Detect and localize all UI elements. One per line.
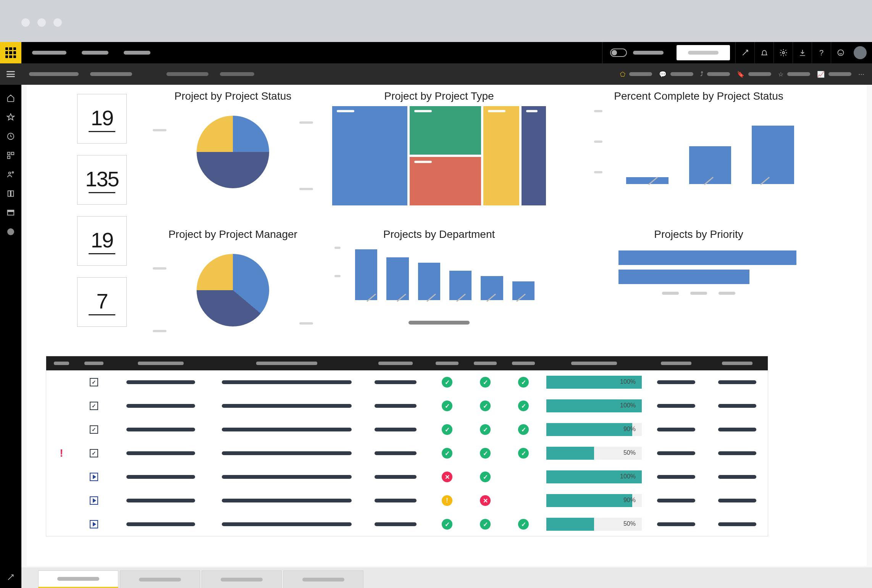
status-ok-icon: ✓ — [480, 377, 491, 388]
favorite-icon[interactable]: ☆ — [778, 71, 783, 78]
chart-priority[interactable]: Projects by Priority — [592, 228, 806, 295]
favorites-icon[interactable] — [6, 113, 15, 121]
chart-project-manager[interactable]: Project by Project Manager — [153, 228, 313, 336]
chart-percent-complete[interactable]: Percent Complete by Project Status — [592, 90, 806, 194]
shared-icon[interactable] — [6, 170, 15, 179]
chart-title: Projects by Department — [332, 228, 546, 241]
page-tabs — [21, 567, 872, 588]
status-error-icon: ✕ — [480, 495, 491, 506]
top-menu-item[interactable] — [124, 51, 150, 55]
command-item[interactable] — [220, 72, 254, 76]
expand-icon[interactable] — [7, 573, 15, 581]
window-close[interactable] — [21, 18, 30, 27]
more-icon[interactable]: ⋯ — [858, 71, 864, 78]
status-ok-icon: ✓ — [518, 424, 529, 435]
waffle-icon — [5, 47, 16, 58]
window-maximize[interactable] — [53, 18, 62, 27]
pentagon-icon[interactable]: ⬠ — [620, 71, 625, 78]
download-icon[interactable] — [793, 42, 812, 63]
home-icon[interactable] — [6, 94, 15, 102]
status-warn-icon: ! — [442, 495, 452, 506]
recent-icon[interactable] — [6, 132, 15, 141]
chart-project-status[interactable]: Project by Project Status — [153, 90, 313, 198]
status-ok-icon: ✓ — [442, 424, 452, 435]
status-ok-icon: ✓ — [480, 424, 491, 435]
avatar[interactable] — [854, 46, 867, 59]
table-row[interactable]: ✓✓✓100% — [46, 394, 768, 418]
workspaces-icon[interactable] — [6, 208, 15, 217]
table-row[interactable]: !✕90% — [46, 489, 768, 512]
svg-point-1 — [838, 50, 843, 56]
table-row[interactable]: !✓✓✓50% — [46, 441, 768, 465]
bookmark-icon[interactable]: 🔖 — [737, 71, 744, 78]
app-header: ? — [0, 42, 872, 63]
progress-bar: 100% — [546, 376, 642, 389]
chart-title: Project by Project Manager — [153, 228, 313, 241]
table-row[interactable]: ✓✓✓90% — [46, 418, 768, 441]
kpi-card[interactable]: 19 — [77, 216, 127, 266]
fullscreen-icon[interactable] — [735, 42, 754, 63]
row-status-icon — [90, 378, 98, 386]
status-ok-icon: ✓ — [442, 401, 452, 411]
my-workspace-icon[interactable] — [6, 228, 15, 236]
top-menu-item[interactable] — [32, 51, 66, 55]
chart-department[interactable]: Projects by Department — [332, 228, 546, 325]
status-ok-icon: ✓ — [442, 519, 452, 530]
status-ok-icon: ✓ — [480, 401, 491, 411]
share-icon[interactable]: ⤴ — [700, 71, 703, 78]
status-ok-icon: ✓ — [480, 472, 491, 482]
view-toggle[interactable] — [610, 48, 627, 57]
table-row[interactable]: ✕✓100% — [46, 465, 768, 489]
breadcrumb-item[interactable] — [29, 72, 79, 76]
help-icon[interactable]: ? — [812, 42, 831, 63]
window-minimize[interactable] — [37, 18, 46, 27]
breadcrumb-item[interactable] — [90, 72, 132, 76]
page-tab[interactable] — [38, 570, 118, 588]
page-tab[interactable] — [120, 570, 200, 588]
page-tab[interactable] — [202, 570, 282, 588]
chart-line-icon[interactable]: 📈 — [817, 71, 825, 78]
table-row[interactable]: ✓✓✓100% — [46, 370, 768, 394]
browser-chrome — [0, 0, 872, 42]
kpi-value: 135 — [85, 166, 118, 191]
page-tab[interactable] — [283, 570, 363, 588]
kpi-value: 7 — [96, 289, 107, 313]
row-status-icon — [90, 449, 98, 457]
app-launcher[interactable] — [0, 42, 21, 63]
alert-icon: ! — [60, 447, 63, 459]
nav-hamburger[interactable] — [0, 63, 21, 85]
table-row[interactable]: ✓✓✓50% — [46, 512, 768, 536]
kpi-card[interactable]: 7 — [77, 277, 127, 327]
chart-title: Project by Project Status — [153, 90, 313, 102]
status-ok-icon: ✓ — [480, 519, 491, 530]
learn-icon[interactable] — [6, 189, 15, 198]
status-ok-icon: ✓ — [518, 401, 529, 411]
progress-bar: 50% — [546, 518, 642, 531]
feedback-icon[interactable] — [831, 42, 850, 63]
progress-bar: 90% — [546, 494, 642, 507]
status-error-icon: ✕ — [442, 472, 452, 482]
apps-icon[interactable] — [6, 151, 15, 160]
svg-rect-9 — [8, 210, 14, 212]
progress-bar: 90% — [546, 423, 642, 436]
row-status-icon — [90, 496, 98, 505]
chart-title: Project by Project Type — [332, 90, 546, 102]
report-canvas: 19 135 19 7 Project by Project Status — [27, 85, 867, 566]
status-ok-icon: ✓ — [442, 448, 452, 459]
kpi-card[interactable]: 19 — [77, 94, 127, 144]
notifications-icon[interactable] — [754, 42, 773, 63]
svg-point-6 — [9, 172, 11, 174]
command-item[interactable] — [166, 72, 208, 76]
search-input[interactable] — [677, 45, 730, 60]
side-rail — [0, 85, 21, 588]
project-table[interactable]: ✓✓✓100%✓✓✓100%✓✓✓90%!✓✓✓50%✕✓100%!✕90%✓✓… — [46, 356, 768, 536]
status-ok-icon: ✓ — [518, 519, 529, 530]
chat-icon[interactable]: 💬 — [659, 71, 667, 78]
kpi-card[interactable]: 135 — [77, 155, 127, 205]
chart-project-type[interactable]: Project by Project Type — [332, 90, 546, 205]
status-ok-icon: ✓ — [518, 377, 529, 388]
progress-bar: 100% — [546, 470, 642, 483]
top-menu-item[interactable] — [82, 51, 108, 55]
settings-icon[interactable] — [773, 42, 793, 63]
row-status-icon — [90, 402, 98, 410]
